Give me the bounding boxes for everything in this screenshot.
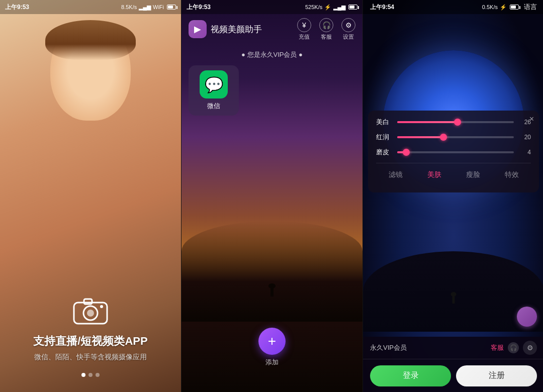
tab-special-effect[interactable]: 特效	[492, 168, 531, 181]
panel3-bottom-bar: 永久VIP会员 客服 🎧 ⚙ 登录 注册	[363, 337, 543, 392]
vip-member-bar: 永久VIP会员 客服 🎧 ⚙	[363, 337, 543, 359]
dot-1[interactable]	[81, 373, 85, 377]
whitening-label: 美白	[376, 118, 392, 127]
add-circle-icon: +	[258, 328, 286, 355]
whitening-track[interactable]	[397, 121, 514, 123]
wechat-icon: 💬	[200, 70, 228, 99]
panel-app: 上午9:53 525K/s ⚡ ▂▄▆ ▶ 视频美颜助手 ¥ 充值 🎧 客服 ⚙…	[182, 0, 363, 392]
recharge-action[interactable]: ¥ 充值	[297, 18, 311, 41]
float-circle-button[interactable]	[517, 307, 537, 327]
signal-icon-p2: ▂▄▆	[333, 4, 345, 11]
blush-thumb[interactable]	[440, 134, 447, 141]
slider-whitening-row: 美白 26	[376, 118, 531, 127]
status-icons-p2: 525K/s ⚡ ▂▄▆	[305, 4, 357, 11]
wifi-icon: WiFi	[153, 4, 164, 10]
slider-blush-row: 红润 20	[376, 133, 531, 142]
beauty-controls-panel: × 美白 26 红润 20 磨皮	[368, 111, 539, 192]
status-time-p3: 上午9:54	[370, 3, 394, 12]
smooth-label: 磨皮	[376, 148, 392, 157]
status-time-p2: 上午9:53	[187, 3, 211, 12]
slider-smooth-row: 磨皮 4	[376, 148, 531, 157]
add-label: 添加	[265, 358, 279, 367]
network-speed-p2: 525K/s	[305, 4, 322, 10]
app-name-label: 视频美颜助手	[211, 24, 293, 35]
app-header: ▶ 视频美颜助手 ¥ 充值 🎧 客服 ⚙ 设置	[182, 14, 363, 44]
bt-icon-p3: ⚡	[500, 4, 507, 11]
status-bar-panel2: 上午9:53 525K/s ⚡ ▂▄▆	[182, 0, 363, 14]
panel1-subtitle: 微信、陌陌、快手等含视频摄像应用	[0, 353, 181, 362]
add-app-button[interactable]: + 添加	[258, 328, 286, 367]
logo-icon: ▶	[194, 24, 201, 35]
tab-slim-face[interactable]: 瘦脸	[454, 168, 492, 181]
language-button[interactable]: 语言	[524, 3, 537, 12]
panel1-bottom-content: 支持直播/短视频类APP 微信、陌陌、快手等含视频摄像应用	[0, 298, 181, 362]
dot-2[interactable]	[88, 373, 93, 377]
status-bar-panel1: 上午9:53 8.5K/s ▂▄▆ WiFi	[0, 0, 181, 14]
network-speed-p3: 0.5K/s	[482, 4, 498, 10]
app-logo: ▶	[189, 20, 207, 38]
status-icons-p3: 0.5K/s ⚡	[482, 4, 519, 11]
smooth-value: 4	[519, 149, 531, 156]
girl-hair	[40, 20, 141, 80]
blush-label: 红润	[376, 133, 392, 142]
battery-icon-p2	[348, 5, 357, 10]
wechat-card[interactable]: 💬 微信	[189, 65, 239, 116]
blush-fill	[397, 136, 444, 138]
settings-gear-icon[interactable]: ⚙	[523, 341, 537, 355]
vip-banner: ● 您是永久VIP会员 ●	[182, 50, 363, 59]
settings-icon: ⚙	[341, 18, 355, 32]
panel1-title: 支持直播/短视频类APP	[0, 334, 181, 349]
svg-point-4	[100, 305, 103, 308]
panel-beauty: 上午9:54 0.5K/s ⚡ 语言 × 美白 26 红润	[363, 0, 543, 392]
whitening-fill	[397, 121, 458, 123]
smooth-track[interactable]	[397, 151, 514, 153]
blush-track[interactable]	[397, 136, 514, 138]
login-button[interactable]: 登录	[370, 365, 451, 386]
panel-intro: 上午9:53 8.5K/s ▂▄▆ WiFi 支持直播/短视频类APP 微信、陌…	[0, 0, 181, 392]
tab-filter[interactable]: 滤镜	[376, 168, 415, 181]
vip-banner-text: ● 您是永久VIP会员 ●	[241, 50, 303, 59]
svg-point-2	[87, 310, 94, 317]
carousel-dots	[0, 373, 181, 377]
settings-label: 设置	[343, 33, 354, 41]
header-actions: ¥ 充值 🎧 客服 ⚙ 设置	[297, 18, 355, 41]
service-label: 客服	[321, 33, 332, 41]
moon-hill	[363, 251, 543, 332]
planet-figure-silhouette	[452, 296, 455, 304]
beauty-tabs: 滤镜 美肤 瘦脸 特效	[376, 163, 531, 181]
auth-buttons-row: 登录 注册	[363, 359, 543, 392]
smooth-thumb[interactable]	[403, 149, 410, 156]
bt-icon: ⚡	[324, 4, 331, 11]
signal-icon: ▂▄▆	[139, 4, 151, 11]
recharge-label: 充值	[299, 33, 310, 41]
girl-illustration	[40, 20, 141, 151]
camera-icon	[73, 298, 108, 326]
status-icons-p1: 8.5K/s ▂▄▆ WiFi	[121, 4, 176, 11]
vip-member-text: 永久VIP会员	[370, 343, 487, 352]
dot-3[interactable]	[96, 373, 100, 377]
status-time-p1: 上午9:53	[5, 3, 29, 12]
customer-service-button[interactable]: 客服	[491, 343, 504, 352]
register-button[interactable]: 注册	[456, 365, 537, 386]
battery-icon-p3	[510, 5, 519, 10]
figure-silhouette	[270, 287, 274, 297]
status-bar-panel3: 上午9:54 0.5K/s ⚡ 语言	[363, 0, 543, 14]
service-icon: 🎧	[319, 18, 333, 32]
recharge-icon: ¥	[297, 18, 311, 32]
service-action[interactable]: 🎧 客服	[319, 18, 333, 41]
smooth-fill	[397, 151, 407, 153]
tab-beauty-skin[interactable]: 美肤	[415, 168, 454, 181]
desert-hill	[182, 221, 363, 322]
blush-value: 20	[519, 134, 531, 141]
network-speed-p1: 8.5K/s	[121, 4, 137, 10]
settings-action[interactable]: ⚙ 设置	[341, 18, 355, 41]
battery-icon-p1	[167, 5, 176, 10]
wechat-label: 微信	[207, 102, 220, 111]
headphone-icon: 🎧	[508, 342, 519, 353]
whitening-thumb[interactable]	[454, 119, 461, 126]
close-beauty-button[interactable]: ×	[529, 115, 534, 124]
svg-rect-3	[84, 299, 92, 304]
